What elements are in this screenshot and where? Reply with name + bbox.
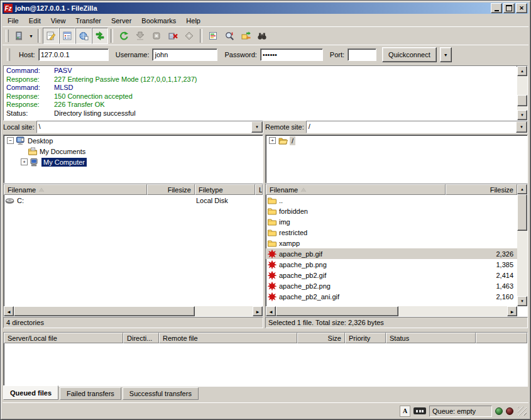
username-input[interactable] (152, 48, 217, 61)
sync-browsing-button[interactable] (238, 28, 254, 44)
password-input[interactable] (260, 48, 323, 61)
local-tree[interactable]: − Desktop My Documents + My Computer (3, 135, 263, 184)
remote-file-list[interactable]: Filename Filesize .. forbidden img (265, 184, 528, 317)
menu-file[interactable]: File (3, 16, 24, 26)
file-row[interactable]: apache_pb2.gif 2,414 (266, 270, 517, 280)
quickconnect-bar: Host: Username: Password: Port: Quickcon… (3, 45, 528, 64)
filter-button[interactable] (205, 28, 221, 44)
menu-server[interactable]: Server (106, 16, 136, 26)
tree-item-desktop[interactable]: − Desktop (4, 135, 263, 146)
tab-queued-files[interactable]: Queued files (3, 385, 58, 400)
tree-item-my-documents[interactable]: My Documents (4, 146, 263, 157)
column-header-remote-file[interactable]: Remote file (159, 333, 297, 343)
site-manager-dropdown[interactable]: ▼ (27, 28, 35, 43)
tree-item-root[interactable]: + / (266, 135, 527, 146)
minimize-button[interactable] (491, 3, 502, 13)
menu-transfer[interactable]: Transfer (70, 16, 106, 26)
title-bar[interactable]: Fz john@127.0.0.1 - FileZilla ✕ (3, 3, 528, 14)
file-row[interactable]: apache_pb2_ani.gif 2,160 (266, 291, 517, 302)
port-input[interactable] (348, 48, 376, 61)
tree-item-my-computer[interactable]: + My Computer (4, 157, 263, 167)
scroll-down-icon[interactable]: ▼ (517, 110, 527, 120)
send-indicator-icon (506, 407, 513, 415)
toggle-local-tree-button[interactable] (59, 28, 75, 44)
remote-vscroll-thumb[interactable] (517, 194, 527, 231)
filter-icon (208, 31, 218, 41)
menu-help[interactable]: Help (181, 16, 205, 26)
column-header-filetype[interactable]: Filetype (195, 184, 255, 195)
process-queue-button[interactable] (132, 28, 148, 44)
refresh-button[interactable] (116, 28, 132, 44)
scroll-left-icon[interactable]: ◀ (4, 306, 14, 316)
site-manager-button[interactable] (11, 28, 27, 44)
column-header-filename[interactable]: Filename (266, 184, 446, 195)
image-file-icon (267, 270, 277, 280)
resize-grip[interactable] (518, 407, 527, 416)
local-pane: Local site: \ ▼ − Desktop My Documents + (3, 121, 263, 329)
local-hscrollbar[interactable]: ◀ ▶ (4, 306, 263, 316)
remote-tree[interactable]: + / (265, 135, 528, 184)
menu-view[interactable]: View (46, 16, 71, 26)
compare-button[interactable] (221, 28, 238, 44)
tab-failed-transfers[interactable]: Failed transfers (60, 387, 121, 400)
toggle-remote-tree-button[interactable] (75, 28, 92, 44)
toggle-message-log-button[interactable] (43, 28, 59, 44)
scroll-left-icon[interactable]: ◀ (266, 306, 276, 316)
close-button[interactable]: ✕ (516, 3, 527, 13)
local-site-combo[interactable]: \ ▼ (36, 121, 263, 133)
file-row[interactable]: C: Local Disk (4, 195, 263, 206)
column-header-filename[interactable]: Filename (4, 184, 147, 195)
file-row[interactable]: forbidden (266, 206, 517, 216)
file-row[interactable]: apache_pb.png 1,385 (266, 259, 517, 270)
chevron-down-icon[interactable]: ▼ (251, 121, 263, 133)
tab-successful-transfers[interactable]: Successful transfers (123, 387, 199, 400)
file-row[interactable]: .. (266, 195, 517, 206)
file-row[interactable]: xampp (266, 238, 517, 248)
file-row-selected[interactable]: apache_pb.gif 2,326 (266, 248, 517, 259)
scroll-right-icon[interactable]: ▶ (507, 306, 517, 316)
collapse-icon[interactable]: − (7, 137, 14, 144)
expand-icon[interactable]: + (269, 137, 276, 144)
remote-hscrollbar[interactable]: ◀ ▶ (266, 306, 517, 316)
quickconnect-button[interactable]: Quickconnect (382, 47, 437, 62)
log-scrollbar[interactable]: ▲ ▼ (517, 66, 527, 120)
maximize-button[interactable] (503, 3, 515, 13)
file-search-button[interactable] (254, 28, 270, 44)
column-header-status[interactable]: Status (386, 333, 476, 343)
cancel-operation-button[interactable] (148, 28, 165, 44)
file-row[interactable]: img (266, 216, 517, 227)
local-file-list[interactable]: Filename Filesize Filetype L C: Local Di… (3, 184, 263, 317)
scroll-up-icon[interactable]: ▲ (517, 66, 527, 76)
selected-tree-label: My Computer (41, 158, 87, 167)
column-header-server-local-file[interactable]: Server/Local file (4, 333, 123, 343)
scroll-right-icon[interactable]: ▶ (253, 306, 263, 316)
file-row[interactable]: restricted (266, 227, 517, 238)
reconnect-button[interactable] (181, 28, 197, 44)
scroll-down-icon[interactable]: ▼ (517, 296, 527, 306)
quickconnect-dropdown[interactable]: ▼ (440, 47, 452, 62)
menu-bookmarks[interactable]: Bookmarks (136, 16, 181, 26)
column-header-size[interactable]: Size (297, 333, 345, 343)
toolbar-separator (38, 29, 40, 43)
transfer-queue[interactable]: Server/Local file Directi... Remote file… (3, 332, 528, 387)
host-input[interactable] (38, 48, 109, 61)
column-header-priority[interactable]: Priority (345, 333, 386, 343)
expand-icon[interactable]: + (21, 158, 28, 165)
column-header-filesize[interactable]: Filesize (147, 184, 195, 195)
scroll-up-icon[interactable]: ▲ (517, 184, 527, 194)
chevron-down-icon[interactable]: ▼ (516, 121, 527, 133)
disconnect-button[interactable] (165, 28, 181, 44)
remote-site-combo[interactable]: / ▼ (306, 121, 528, 133)
column-header-direction[interactable]: Directi... (123, 333, 159, 343)
log-scroll-thumb[interactable] (517, 95, 527, 106)
desktop-icon (16, 136, 26, 146)
local-hscroll-thumb[interactable] (14, 306, 195, 316)
log-line: Command:PASV (6, 67, 515, 75)
remote-hscroll-thumb[interactable] (276, 306, 398, 316)
column-header-lastmodified[interactable]: L (255, 184, 263, 195)
menu-edit[interactable]: Edit (24, 16, 46, 26)
remote-vscrollbar[interactable]: ▲ ▼ (517, 184, 527, 306)
toggle-transfer-queue-button[interactable] (92, 28, 108, 44)
column-header-filesize[interactable]: Filesize (446, 184, 517, 195)
file-row[interactable]: apache_pb2.png 1,463 (266, 280, 517, 291)
